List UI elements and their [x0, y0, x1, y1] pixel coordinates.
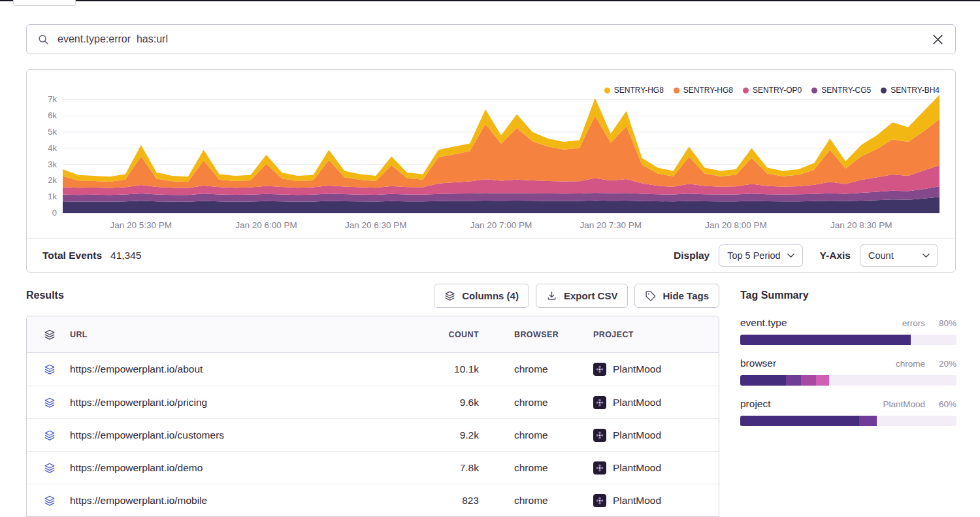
browser-cell: chrome	[514, 397, 593, 409]
tag-bar-segment	[829, 375, 956, 386]
url-cell[interactable]: https://empowerplant.io/about	[70, 363, 407, 375]
column-header-project[interactable]: PROJECT	[593, 330, 719, 339]
url-cell[interactable]: https://empowerplant.io/mobile	[70, 495, 407, 507]
total-events-value: 41,345	[110, 250, 141, 261]
top-edge-divider	[0, 0, 980, 1]
project-avatar-icon	[593, 461, 606, 475]
results-header: Results Columns (4)Export CSVHide Tags	[26, 283, 719, 308]
cutoff-toolbar-element	[13, 0, 76, 6]
layers-icon	[27, 429, 70, 441]
tag-bar-segment	[740, 416, 859, 426]
chart-y-axis: 01k2k3k4k5k6k7k	[27, 92, 57, 216]
count-cell: 10.1k	[407, 363, 479, 375]
project-name: PlantMood	[613, 397, 661, 409]
layers-icon	[27, 495, 70, 507]
export-csv-button[interactable]: Export CSV	[536, 284, 629, 308]
discover-page: event.type:error has:url SENTRY-HG8SENTR…	[0, 0, 980, 517]
y-tick-label: 1k	[48, 192, 57, 201]
browser-cell: chrome	[514, 495, 593, 507]
events-chart-panel: SENTRY-HG8SENTRY-HG8SENTRY-OP0SENTRY-CG5…	[26, 69, 956, 273]
tag-summary-item: browserchrome20%	[740, 358, 956, 386]
clear-search-icon[interactable]	[931, 33, 945, 46]
tag-name: browser	[740, 358, 776, 369]
x-tick-label: Jan 20 8:00 PM	[705, 220, 767, 230]
tag-summary-title: Tag Summary	[740, 283, 956, 308]
chart-svg	[63, 92, 939, 216]
y-tick-label: 5k	[48, 127, 57, 137]
results-table: URL COUNT BROWSER PROJECT https://empowe…	[26, 316, 719, 517]
project-name: PlantMood	[613, 363, 661, 375]
tag-name: project	[740, 398, 771, 410]
chevron-down-icon	[787, 253, 794, 258]
tag-bar-segment	[877, 416, 956, 426]
table-row[interactable]: https://empowerplant.io/about10.1kchrome…	[27, 353, 719, 386]
table-row[interactable]: https://empowerplant.io/mobile823chromeP…	[27, 484, 719, 516]
display-select[interactable]: Top 5 Period	[719, 244, 802, 267]
tag-top-value: chrome	[896, 359, 925, 369]
hide-tags-button[interactable]: Hide Tags	[634, 284, 719, 308]
total-events-label: Total Events	[42, 250, 102, 261]
layers-icon	[444, 290, 455, 301]
tag-bar-segment	[911, 335, 956, 345]
layers-icon	[27, 397, 70, 409]
project-cell[interactable]: PlantMood	[593, 461, 719, 475]
y-tick-label: 2k	[48, 175, 57, 185]
table-row[interactable]: https://empowerplant.io/customers9.2kchr…	[27, 418, 719, 451]
yaxis-select-value: Count	[868, 250, 894, 261]
results-title: Results	[26, 290, 64, 301]
y-tick-label: 6k	[48, 110, 57, 120]
results-actions: Columns (4)Export CSVHide Tags	[434, 284, 719, 308]
tag-bar-segment	[786, 375, 801, 386]
project-cell[interactable]: PlantMood	[593, 396, 719, 409]
table-row[interactable]: https://empowerplant.io/pricing9.6kchrom…	[27, 386, 719, 418]
count-cell: 823	[407, 495, 479, 507]
search-input[interactable]: event.type:error has:url	[26, 24, 956, 54]
button-label: Hide Tags	[662, 290, 709, 301]
tag-icon	[645, 290, 656, 301]
tag-distribution-bar[interactable]	[740, 416, 956, 426]
x-tick-label: Jan 20 7:00 PM	[470, 220, 532, 230]
tag-top-value: errors	[902, 318, 925, 328]
column-header-url[interactable]: URL	[70, 330, 407, 339]
x-tick-label: Jan 20 8:30 PM	[830, 220, 892, 230]
project-avatar-icon	[593, 429, 606, 442]
url-cell[interactable]: https://empowerplant.io/demo	[70, 462, 407, 474]
button-label: Export CSV	[564, 290, 618, 301]
tag-bar-segment	[801, 375, 816, 386]
y-tick-label: 0	[52, 208, 57, 218]
column-header-count[interactable]: COUNT	[407, 330, 479, 339]
search-query-text: event.type:error has:url	[57, 33, 168, 45]
column-header-browser[interactable]: BROWSER	[514, 330, 593, 339]
display-label: Display	[674, 250, 710, 261]
chart-footer: Total Events 41,345 Display Top 5 Period…	[27, 238, 955, 272]
tag-bar-segment	[859, 416, 876, 426]
url-cell[interactable]: https://empowerplant.io/pricing	[70, 397, 407, 409]
url-cell[interactable]: https://empowerplant.io/customers	[70, 429, 407, 441]
y-tick-label: 7k	[48, 94, 57, 104]
project-avatar-icon	[593, 494, 606, 507]
button-label: Columns (4)	[462, 290, 519, 301]
x-tick-label: Jan 20 5:30 PM	[110, 220, 172, 230]
tag-bar-segment	[740, 375, 786, 386]
project-cell[interactable]: PlantMood	[593, 363, 719, 376]
tag-percent: 60%	[925, 399, 956, 409]
tag-distribution-bar[interactable]	[740, 375, 956, 386]
x-tick-label: Jan 20 6:00 PM	[235, 220, 297, 230]
table-row[interactable]: https://empowerplant.io/demo7.8kchromePl…	[27, 451, 719, 484]
chevron-down-icon	[923, 253, 930, 258]
yaxis-select[interactable]: Count	[860, 244, 938, 267]
tag-top-value: PlantMood	[883, 399, 925, 409]
columns-4-button[interactable]: Columns (4)	[434, 284, 529, 308]
display-select-value: Top 5 Period	[727, 250, 780, 261]
tag-distribution-bar[interactable]	[740, 335, 956, 345]
layers-icon	[27, 363, 70, 375]
browser-cell: chrome	[514, 363, 593, 375]
project-name: PlantMood	[613, 495, 661, 507]
project-name: PlantMood	[613, 462, 661, 474]
tag-name: event.type	[740, 317, 787, 329]
count-cell: 7.8k	[407, 462, 479, 474]
project-cell[interactable]: PlantMood	[593, 494, 719, 507]
project-cell[interactable]: PlantMood	[593, 429, 719, 442]
table-header-row: URL COUNT BROWSER PROJECT	[27, 316, 719, 353]
layers-icon	[27, 329, 70, 341]
